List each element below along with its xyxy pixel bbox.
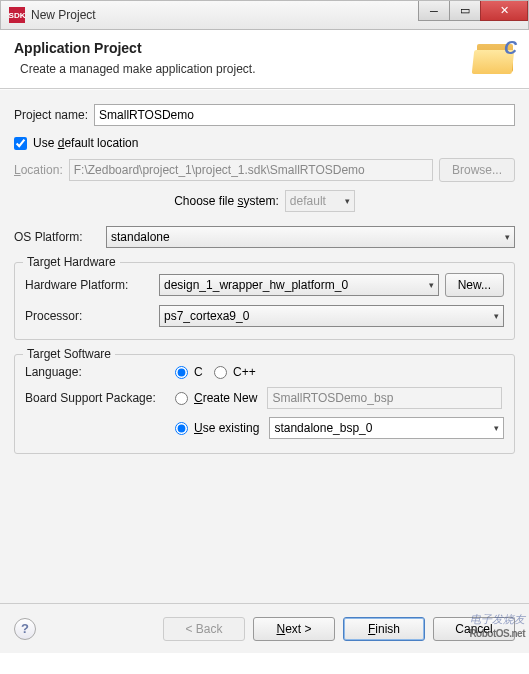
- finish-button[interactable]: Finish: [343, 617, 425, 641]
- window-titlebar: SDK New Project ─ ▭ ✕: [0, 0, 529, 30]
- language-c-label: C: [194, 365, 203, 379]
- wizard-button-bar: ? < Back Next > Finish Cancel: [0, 603, 529, 653]
- maximize-button[interactable]: ▭: [449, 1, 481, 21]
- os-platform-dropdown[interactable]: standalone▾: [106, 226, 515, 248]
- target-hardware-legend: Target Hardware: [23, 255, 120, 269]
- choose-filesystem-label: Choose file system:: [174, 194, 279, 208]
- folder-c-icon: C: [471, 38, 517, 78]
- hardware-platform-dropdown[interactable]: design_1_wrapper_hw_platform_0▾: [159, 274, 439, 296]
- language-c-radio[interactable]: [175, 366, 188, 379]
- bsp-create-new-input: [267, 387, 502, 409]
- minimize-button[interactable]: ─: [418, 1, 450, 21]
- banner-subtitle: Create a managed make application projec…: [20, 62, 255, 76]
- location-label: Location:: [14, 163, 63, 177]
- project-name-input[interactable]: [94, 104, 515, 126]
- location-input: [69, 159, 433, 181]
- language-label: Language:: [25, 365, 175, 379]
- banner-title: Application Project: [14, 40, 255, 56]
- bsp-create-new-radio[interactable]: [175, 392, 188, 405]
- os-platform-label: OS Platform:: [14, 230, 100, 244]
- help-icon[interactable]: ?: [14, 618, 36, 640]
- bsp-label: Board Support Package:: [25, 391, 175, 405]
- processor-label: Processor:: [25, 309, 159, 323]
- new-hw-platform-button[interactable]: New...: [445, 273, 504, 297]
- next-button[interactable]: Next >: [253, 617, 335, 641]
- language-cpp-label: C++: [233, 365, 256, 379]
- back-button: < Back: [163, 617, 245, 641]
- hardware-platform-label: Hardware Platform:: [25, 278, 159, 292]
- target-hardware-group: Target Hardware Hardware Platform: desig…: [14, 262, 515, 340]
- window-title: New Project: [31, 8, 419, 22]
- cancel-button[interactable]: Cancel: [433, 617, 515, 641]
- bsp-use-existing-dropdown[interactable]: standalone_bsp_0▾: [269, 417, 504, 439]
- bsp-use-existing-radio[interactable]: [175, 422, 188, 435]
- language-cpp-radio[interactable]: [214, 366, 227, 379]
- use-default-location-checkbox[interactable]: [14, 137, 27, 150]
- bsp-use-existing-label: Use existing: [194, 421, 259, 435]
- browse-button: Browse...: [439, 158, 515, 182]
- use-default-location-label: Use default location: [33, 136, 138, 150]
- target-software-group: Target Software Language: C C++ Board Su…: [14, 354, 515, 454]
- bsp-create-new-label: Create New: [194, 391, 257, 405]
- choose-filesystem-dropdown: default▾: [285, 190, 355, 212]
- processor-dropdown[interactable]: ps7_cortexa9_0▾: [159, 305, 504, 327]
- close-button[interactable]: ✕: [480, 1, 528, 21]
- app-icon: SDK: [9, 7, 25, 23]
- target-software-legend: Target Software: [23, 347, 115, 361]
- project-name-label: Project name:: [14, 108, 88, 122]
- wizard-banner: Application Project Create a managed mak…: [0, 30, 529, 89]
